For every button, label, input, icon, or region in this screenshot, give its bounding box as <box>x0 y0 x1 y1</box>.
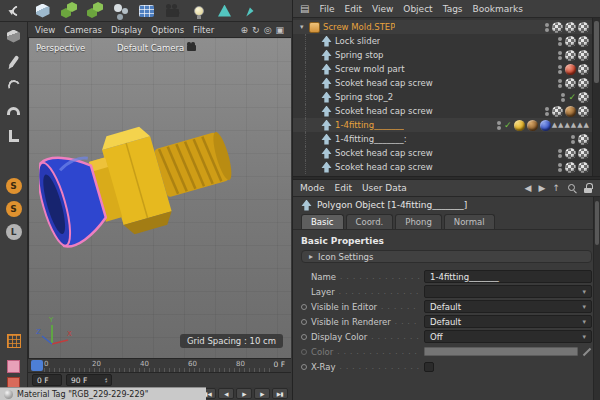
object-row-spring-stop-2[interactable]: Spring stop_2✓ <box>293 90 600 104</box>
visibility-dots-icon[interactable] <box>561 92 566 103</box>
axis-grid-icon[interactable] <box>5 332 23 350</box>
play-button[interactable]: ▶ <box>236 388 252 399</box>
object-row-screw-mold-step[interactable]: ▾Screw Mold.STEP <box>293 20 600 34</box>
polygon-object-icon[interactable] <box>321 148 332 159</box>
tab-coord[interactable]: Coord. <box>346 214 394 229</box>
pen-tool-icon[interactable] <box>5 52 23 70</box>
material-tag-checker[interactable] <box>578 22 589 33</box>
tab-basic[interactable]: Basic <box>301 214 344 229</box>
material-tag-checker[interactable] <box>578 148 589 159</box>
polygon-object-icon[interactable] <box>321 162 332 173</box>
end-frame-input[interactable]: 90 F <box>66 374 112 386</box>
step-file-icon[interactable] <box>309 22 320 33</box>
attributes-menu-user-data[interactable]: User Data <box>362 183 407 193</box>
object-manager-menu-object[interactable]: Object <box>403 4 432 14</box>
object-row-lock-slider[interactable]: Lock slider <box>293 34 600 48</box>
object-row-1-4fitting[interactable]: 1-4fitting_______: <box>293 132 600 146</box>
s-badge-icon-2[interactable]: S <box>6 201 22 217</box>
maximize-view-icon[interactable]: ▣ <box>275 25 284 35</box>
viewport-menu-view[interactable]: View <box>35 25 55 35</box>
viewport-menu-options[interactable]: Options <box>151 25 184 35</box>
material-tag-checker[interactable] <box>565 148 576 159</box>
current-frame-marker[interactable] <box>31 360 43 371</box>
search-icon[interactable] <box>567 183 577 193</box>
object-manager-menu-edit[interactable]: Edit <box>345 4 362 14</box>
polygon-object-icon[interactable] <box>321 120 332 131</box>
s-badge-icon[interactable]: S <box>6 178 22 194</box>
scrollbar-thumb[interactable] <box>595 201 599 245</box>
material-tag-checker[interactable] <box>565 22 576 33</box>
attributes-menu-edit[interactable]: Edit <box>335 183 352 193</box>
orbit-view-icon[interactable]: ↻ <box>252 25 260 35</box>
triangle-tool-icon[interactable] <box>215 1 234 20</box>
material-tag-checker[interactable] <box>565 36 576 47</box>
object-row-socket-head-cap-screw[interactable]: Socket head cap screw <box>293 146 600 160</box>
material-tag-checker[interactable] <box>565 162 576 173</box>
polygon-selection-tag-icon[interactable]: ▲ <box>558 121 563 129</box>
material-tag-checker[interactable] <box>565 78 576 89</box>
back-icon[interactable]: ◀ <box>525 183 532 193</box>
object-row-spring-stop[interactable]: Spring stop <box>293 48 600 62</box>
cubes-stack-icon[interactable] <box>59 1 78 20</box>
plane-icon[interactable] <box>5 357 23 375</box>
viewport-menu-cameras[interactable]: Cameras <box>64 25 102 35</box>
tab-phong[interactable]: Phong <box>395 214 442 229</box>
undo-icon[interactable] <box>7 1 26 20</box>
visibility-dots-icon[interactable] <box>558 148 563 159</box>
next-frame-button[interactable]: ▶ <box>254 388 270 399</box>
polygon-selection-tag-icon[interactable]: ▲ <box>577 121 582 129</box>
visibility-dots-icon[interactable] <box>558 162 563 173</box>
object-manager-menu-tags[interactable]: Tags <box>443 4 463 14</box>
visible-editor-dropdown[interactable]: Default▾ <box>424 300 592 313</box>
material-tag-blue[interactable] <box>540 120 551 131</box>
tab-normal[interactable]: Normal <box>444 214 495 229</box>
polygon-object-icon[interactable] <box>321 106 332 117</box>
forward-icon[interactable]: ▶ <box>539 183 546 193</box>
keyframe-dot[interactable] <box>301 364 307 370</box>
polygon-object-icon[interactable] <box>321 36 332 47</box>
material-tag-checker[interactable] <box>578 162 589 173</box>
l-badge-icon[interactable]: L <box>6 224 22 240</box>
object-list-scrollbar[interactable] <box>592 18 600 176</box>
material-tag-checker[interactable] <box>578 134 589 145</box>
icon-settings-group[interactable]: ▸ Icon Settings <box>301 250 592 263</box>
stepper-icon[interactable] <box>105 377 107 384</box>
viewport-3d-view[interactable]: Perspective Default Camera <box>28 38 291 358</box>
camera-icon[interactable] <box>163 1 182 20</box>
timeline-ruler[interactable]: 020406080 0 F <box>28 358 291 372</box>
polygon-object-icon[interactable] <box>321 134 332 145</box>
spline-tool-icon[interactable] <box>5 77 23 95</box>
cube-tool-icon[interactable] <box>5 27 23 45</box>
lock-icon[interactable] <box>584 183 593 193</box>
visibility-dots-icon[interactable] <box>545 106 550 117</box>
material-tag-checker[interactable] <box>552 106 563 117</box>
material-tag-checker[interactable] <box>578 36 589 47</box>
visibility-dots-icon[interactable] <box>558 78 563 89</box>
cube-icon[interactable] <box>33 1 52 20</box>
polygon-selection-tag-icon[interactable]: ▲ <box>571 121 576 129</box>
attributes-menu-mode[interactable]: Mode <box>300 183 325 193</box>
camera-label[interactable]: Default Camera <box>117 43 196 53</box>
visibility-dots-icon[interactable] <box>545 22 550 33</box>
material-tag-red[interactable] <box>565 64 576 75</box>
object-row-scoket-head-cap-screw[interactable]: Scoket head cap screw <box>293 160 600 174</box>
visibility-dots-icon[interactable] <box>497 120 502 131</box>
polygon-selection-tag-icon[interactable]: ▲ <box>584 121 589 129</box>
instances-icon[interactable] <box>85 1 104 20</box>
pen-tool-icon[interactable] <box>241 1 260 20</box>
material-tag-checker[interactable] <box>552 22 563 33</box>
attributes-scrollbar[interactable] <box>593 197 600 400</box>
keyframe-dot[interactable] <box>301 334 307 340</box>
object-manager-menu-view[interactable]: View <box>372 4 393 14</box>
arch-tool-icon[interactable] <box>5 102 23 120</box>
object-row-1-4fitting[interactable]: 1-4fitting_______✓▲▲▲▲▲▲ <box>293 118 600 132</box>
perspective-label[interactable]: Perspective <box>36 43 85 53</box>
visibility-dots-icon[interactable] <box>558 36 563 47</box>
material-tag-brown[interactable] <box>565 106 576 117</box>
visibility-dots-icon[interactable] <box>558 64 563 75</box>
polygon-object-icon[interactable] <box>321 92 332 103</box>
layer-dropdown[interactable]: ▾ <box>424 285 592 298</box>
material-tag-checker[interactable] <box>578 106 589 117</box>
3d-object-pipe-fitting[interactable] <box>39 102 263 278</box>
material-tag-checker[interactable] <box>565 50 576 61</box>
